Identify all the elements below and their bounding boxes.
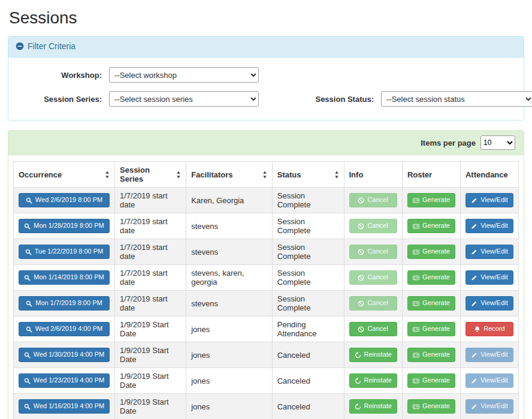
cancel-button[interactable]: Cancel: [349, 193, 397, 207]
roster-cell: Generate: [402, 368, 460, 394]
sort-icon[interactable]: [176, 171, 181, 179]
search-icon: [26, 197, 32, 204]
ban-icon: [358, 275, 364, 281]
column-header-facilitators[interactable]: Facilitators: [186, 162, 273, 188]
collapse-icon: [16, 42, 24, 50]
session-series-label: Session Series:: [14, 95, 109, 104]
items-per-page-select[interactable]: 10: [480, 135, 515, 150]
occurrence-cell: Wed 2/6/2019 4:00 PM: [14, 316, 115, 342]
occurrence-label: Wed 2/6/2019 8:00 PM: [35, 196, 102, 204]
ban-icon: [358, 223, 364, 230]
generate-label: Generate: [422, 325, 450, 333]
search-icon: [24, 403, 31, 410]
session-series-cell: 1/9/2019 Start Date: [115, 342, 186, 368]
cancel-button[interactable]: Cancel: [349, 270, 397, 284]
occurrence-cell: Wed 1/16/2019 4:00 PM: [14, 394, 115, 419]
table-row: Mon 1/14/2019 8:00 PM 1/7/2019 start dat…: [14, 265, 519, 291]
view-edit-button[interactable]: View/Edit: [466, 373, 513, 387]
generate-button[interactable]: Generate: [407, 373, 455, 387]
status-cell: Session Complete: [272, 239, 344, 265]
view-edit-button[interactable]: View/Edit: [466, 245, 513, 258]
attendance-label: View/Edit: [480, 273, 508, 281]
session-series-cell: 1/7/2019 start date: [115, 239, 186, 265]
bell-icon: [474, 326, 480, 333]
table-row: Wed 2/6/2019 8:00 PM 1/7/2019 start date…: [14, 188, 519, 213]
cancel-button[interactable]: Cancel: [349, 322, 397, 336]
occurrence-label: Wed 1/23/2019 4:00 PM: [34, 376, 104, 384]
column-label: Session Series: [120, 165, 174, 183]
occurrence-button[interactable]: Wed 1/16/2019 4:00 PM: [19, 399, 110, 413]
generate-button[interactable]: Generate: [407, 270, 455, 284]
generate-button[interactable]: Generate: [407, 219, 455, 233]
session-series-select[interactable]: --Select session series: [109, 91, 259, 107]
facilitators-cell: Karen, Georgia: [186, 188, 273, 213]
info-cell: Reinstate: [344, 394, 402, 419]
column-header-status[interactable]: Status: [272, 162, 344, 188]
occurrence-button[interactable]: Wed 2/6/2019 4:00 PM: [19, 322, 110, 336]
sessions-table: OccurrenceSession SeriesFacilitatorsStat…: [13, 161, 519, 419]
cancel-button[interactable]: Cancel: [349, 296, 397, 310]
filter-criteria-toggle[interactable]: Filter Criteria: [16, 41, 75, 51]
session-status-select[interactable]: --Select session status: [381, 91, 532, 107]
sort-icon[interactable]: [262, 171, 267, 179]
facilitators-cell: stevens: [186, 291, 273, 316]
view-edit-button[interactable]: View/Edit: [466, 348, 513, 361]
info-cell: Cancel: [344, 188, 402, 213]
occurrence-button[interactable]: Wed 2/6/2019 8:00 PM: [19, 193, 110, 207]
occurrence-cell: Wed 2/6/2019 8:00 PM: [14, 188, 115, 213]
session-series-group: Session Series: --Select session series: [14, 91, 259, 107]
generate-button[interactable]: Generate: [407, 245, 455, 258]
occurrence-button[interactable]: Mon 1/14/2019 8:00 PM: [19, 270, 110, 284]
sessions-panel: Items per page 10 OccurrenceSession Seri…: [8, 130, 524, 419]
generate-button[interactable]: Generate: [407, 193, 455, 207]
occurrence-cell: Mon 1/28/2019 8:00 PM: [14, 213, 115, 239]
view-edit-button[interactable]: View/Edit: [466, 219, 513, 233]
generate-button[interactable]: Generate: [407, 399, 455, 413]
search-icon: [24, 275, 31, 281]
attendance-cell: Record: [460, 316, 518, 342]
generate-button[interactable]: Generate: [407, 322, 455, 336]
cancel-button[interactable]: Cancel: [349, 245, 397, 258]
sort-icon[interactable]: [105, 171, 110, 179]
sort-icon[interactable]: [334, 171, 339, 179]
attendance-label: View/Edit: [480, 222, 508, 230]
occurrence-button[interactable]: Tue 1/22/2019 8:00 PM: [19, 245, 110, 258]
occurrence-button[interactable]: Wed 1/23/2019 4:00 PM: [19, 373, 110, 387]
filter-row-2: Session Series: --Select session series …: [14, 91, 518, 107]
info-cell: Reinstate: [344, 368, 402, 394]
attendance-cell: View/Edit: [460, 291, 518, 316]
cancel-button[interactable]: Cancel: [349, 219, 397, 233]
record-button[interactable]: Record: [466, 322, 513, 336]
reinstate-button[interactable]: Reinstate: [349, 373, 397, 387]
reinstate-button[interactable]: Reinstate: [349, 399, 397, 413]
column-header-occurrence[interactable]: Occurrence: [14, 162, 115, 188]
search-icon: [24, 223, 31, 230]
filter-criteria-title: Filter Criteria: [28, 41, 75, 51]
pencil-icon: [471, 275, 477, 281]
view-edit-button[interactable]: View/Edit: [466, 270, 513, 284]
pencil-icon: [471, 403, 477, 410]
generate-label: Generate: [422, 222, 450, 230]
view-edit-button[interactable]: View/Edit: [466, 296, 513, 310]
table-row: Mon 1/28/2019 8:00 PM 1/7/2019 start dat…: [14, 213, 519, 239]
roster-cell: Generate: [402, 316, 460, 342]
pencil-icon: [471, 378, 477, 384]
generate-label: Generate: [422, 196, 450, 204]
view-edit-button[interactable]: View/Edit: [466, 193, 513, 207]
view-edit-button[interactable]: View/Edit: [466, 399, 513, 413]
attendance-label: View/Edit: [480, 196, 508, 204]
occurrence-button[interactable]: Mon 1/7/2019 8:00 PM: [19, 296, 110, 310]
occurrence-button[interactable]: Wed 1/30/2019 4:00 PM: [19, 348, 110, 361]
id-card-icon: [413, 352, 419, 358]
id-card-icon: [413, 300, 419, 307]
info-cell: Cancel: [344, 239, 402, 265]
generate-button[interactable]: Generate: [407, 296, 455, 310]
table-row: Wed 1/23/2019 4:00 PM 1/9/2019 Start Dat…: [14, 368, 519, 394]
occurrence-button[interactable]: Mon 1/28/2019 8:00 PM: [19, 219, 110, 233]
column-header-session-series[interactable]: Session Series: [115, 162, 186, 188]
occurrence-cell: Tue 1/22/2019 8:00 PM: [14, 239, 115, 265]
info-cell: Cancel: [344, 265, 402, 291]
reinstate-button[interactable]: Reinstate: [349, 348, 397, 361]
generate-button[interactable]: Generate: [407, 348, 455, 361]
workshop-select[interactable]: --Select workshop: [109, 67, 259, 83]
